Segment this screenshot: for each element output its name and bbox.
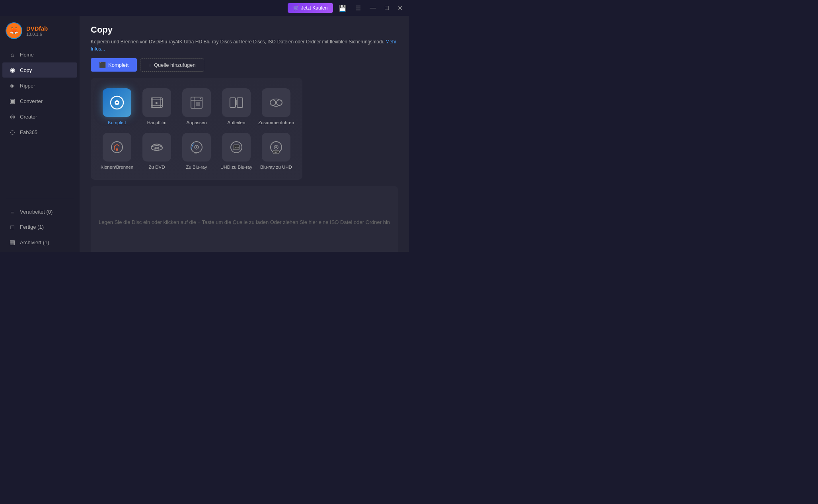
content-description: Kopieren und Brennen von DVD/Blu-ray/4K … <box>91 38 398 53</box>
mode-klonen[interactable]: Klonen/Brennen <box>97 129 137 173</box>
titlebar: 🛒 Jetzt Kaufen 💾 ☰ — □ ✕ <box>0 0 409 16</box>
mode-section: Komplett Hauptfilm <box>80 72 409 186</box>
aufteilen-label: Aufteilen <box>228 120 245 125</box>
tabs-row: ⬛ Komplett + Quelle hinzufügen <box>80 58 409 72</box>
sidebar-nav: ⌂ Home ◉ Copy ◈ Ripper ▣ Converter ◎ Cre… <box>0 45 80 196</box>
svg-point-26 <box>196 146 197 148</box>
home-icon: ⌂ <box>9 51 16 58</box>
sidebar-item-processing[interactable]: ≡ Verarbeitet (0) <box>2 204 77 219</box>
fab365-icon: ◌ <box>9 128 16 136</box>
tab-komplett-label: Komplett <box>108 62 129 68</box>
mode-bluray-zu-uhd[interactable]: UHD Blu-ray zu UHD <box>256 129 296 173</box>
mode-aufteilen[interactable]: Aufteilen <box>216 84 256 129</box>
svg-point-2 <box>116 102 118 103</box>
zu-dvd-label: Zu DVD <box>149 165 165 169</box>
main-content: Copy Kopieren und Brennen von DVD/Blu-ra… <box>80 16 409 252</box>
komplett-svg <box>109 95 125 111</box>
tab-add-source[interactable]: + Quelle hinzufügen <box>140 58 204 72</box>
copy-icon: ◉ <box>9 66 16 74</box>
uhd-zu-bluray-label: UHD zu Blu-ray <box>220 165 252 169</box>
maximize-button[interactable]: □ <box>382 3 392 13</box>
uhd-zu-bluray-svg: UHD <box>228 139 244 155</box>
sidebar-item-home[interactable]: ⌂ Home <box>2 47 77 62</box>
sidebar-item-ripper[interactable]: ◈ Ripper <box>2 78 77 93</box>
svg-rect-14 <box>237 98 243 107</box>
svg-point-20 <box>116 148 118 151</box>
sidebar-item-copy[interactable]: ◉ Copy <box>2 62 77 78</box>
mode-anpassen[interactable]: Anpassen <box>177 84 216 129</box>
tab-komplett-icon: ⬛ <box>99 62 106 68</box>
sidebar-item-finished-label: Fertige (1) <box>20 224 44 230</box>
zu-dvd-svg: DVD <box>149 139 165 155</box>
svg-marker-8 <box>156 102 159 104</box>
aufteilen-svg <box>228 95 244 111</box>
app-name: DVDfab <box>26 25 48 32</box>
uhd-zu-bluray-icon-wrap: UHD <box>222 133 251 162</box>
hauptfilm-icon-wrap <box>142 88 171 117</box>
sidebar-item-converter-label: Converter <box>20 98 43 104</box>
sidebar-item-archived[interactable]: ▦ Archiviert (1) <box>2 235 77 250</box>
bluray-zu-uhd-svg: UHD <box>268 139 284 155</box>
processing-icon: ≡ <box>9 208 16 215</box>
anpassen-icon-wrap <box>182 88 211 117</box>
sidebar-item-creator[interactable]: ◎ Creator <box>2 109 77 124</box>
komplett-label: Komplett <box>108 120 126 125</box>
bluray-zu-uhd-icon-wrap: UHD <box>262 133 290 162</box>
sidebar-item-converter[interactable]: ▣ Converter <box>2 93 77 109</box>
svg-point-17 <box>270 100 276 105</box>
zu-dvd-icon-wrap: DVD <box>142 133 171 162</box>
mode-zusammenfuehren[interactable]: Zusammenführen <box>256 84 296 129</box>
sidebar-bottom: ≡ Verarbeitet (0) □ Fertige (1) ▦ Archiv… <box>0 202 80 252</box>
sidebar-item-home-label: Home <box>20 52 34 58</box>
app-version: 13.0.1.6 <box>26 32 48 37</box>
drop-area[interactable]: Legen Sie die Disc ein oder klicken auf … <box>91 186 398 252</box>
add-icon: + <box>148 62 152 68</box>
logo-avatar: 🦊 <box>6 22 22 39</box>
sidebar: 🦊 DVDfab 13.0.1.6 ⌂ Home ◉ Copy ◈ Ripper <box>0 16 80 252</box>
svg-text:DVD: DVD <box>154 148 160 150</box>
sidebar-item-archived-label: Archiviert (1) <box>20 239 49 245</box>
mode-zu-bluray[interactable]: BD Zu Blu-ray <box>177 129 216 173</box>
mode-zu-dvd[interactable]: DVD Zu DVD <box>137 129 177 173</box>
mode-hauptfilm[interactable]: Hauptfilm <box>137 84 177 129</box>
minimize-button[interactable]: — <box>366 3 379 13</box>
sidebar-item-finished[interactable]: □ Fertige (1) <box>2 220 77 234</box>
page-title: Copy <box>91 25 398 35</box>
klonen-svg <box>109 139 125 155</box>
svg-point-18 <box>277 100 282 105</box>
anpassen-svg <box>189 95 204 111</box>
buy-label: Jetzt Kaufen <box>301 5 328 11</box>
mode-komplett[interactable]: Komplett <box>97 84 137 129</box>
hauptfilm-svg <box>149 95 165 111</box>
zu-bluray-label: Zu Blu-ray <box>186 165 207 169</box>
svg-text:BD: BD <box>195 152 197 154</box>
buy-button[interactable]: 🛒 Jetzt Kaufen <box>288 3 333 13</box>
zusammenfuehren-icon-wrap <box>262 88 290 117</box>
bluray-zu-uhd-label: Blu-ray zu UHD <box>260 165 292 169</box>
drop-text: Legen Sie die Disc ein oder klicken auf … <box>99 219 390 225</box>
content-header: Copy Kopieren und Brennen von DVD/Blu-ra… <box>80 16 409 58</box>
storage-icon-button[interactable]: 💾 <box>335 3 350 14</box>
logo-image: 🦊 <box>6 23 21 38</box>
close-button[interactable]: ✕ <box>394 3 406 14</box>
sidebar-item-creator-label: Creator <box>20 114 37 120</box>
sidebar-divider <box>6 199 74 199</box>
svg-rect-13 <box>230 98 236 107</box>
sidebar-item-processing-label: Verarbeitet (0) <box>20 209 53 215</box>
tab-komplett[interactable]: ⬛ Komplett <box>91 58 137 72</box>
svg-text:UHD: UHD <box>274 151 279 154</box>
description-text: Kopieren und Brennen von DVD/Blu-ray/4K … <box>91 39 384 45</box>
zusammenfuehren-label: Zusammenführen <box>258 120 294 125</box>
menu-button[interactable]: ☰ <box>352 3 364 14</box>
app-name-suffix: fab <box>39 25 48 32</box>
sidebar-item-fab365-label: Fab365 <box>20 129 37 135</box>
creator-icon: ◎ <box>9 113 16 120</box>
mode-uhd-zu-bluray[interactable]: UHD UHD zu Blu-ray <box>216 129 256 173</box>
svg-point-19 <box>111 142 123 153</box>
archived-icon: ▦ <box>9 239 16 246</box>
svg-rect-12 <box>196 102 200 106</box>
hauptfilm-label: Hauptfilm <box>147 120 167 125</box>
sidebar-item-fab365[interactable]: ◌ Fab365 <box>2 125 77 140</box>
app-name-prefix: DVD <box>26 25 39 32</box>
app-body: 🦊 DVDfab 13.0.1.6 ⌂ Home ◉ Copy ◈ Ripper <box>0 16 409 252</box>
